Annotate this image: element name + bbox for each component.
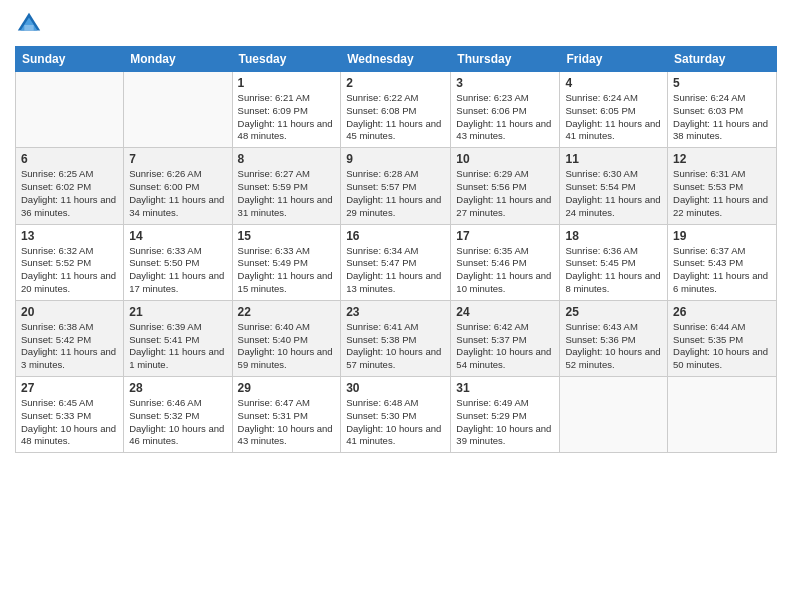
day-info: Sunrise: 6:34 AM Sunset: 5:47 PM Dayligh… — [346, 245, 445, 296]
day-number: 1 — [238, 76, 336, 90]
day-number: 2 — [346, 76, 445, 90]
day-info: Sunrise: 6:32 AM Sunset: 5:52 PM Dayligh… — [21, 245, 118, 296]
day-number: 10 — [456, 152, 554, 166]
calendar-cell: 22Sunrise: 6:40 AM Sunset: 5:40 PM Dayli… — [232, 300, 341, 376]
day-info: Sunrise: 6:37 AM Sunset: 5:43 PM Dayligh… — [673, 245, 771, 296]
day-info: Sunrise: 6:33 AM Sunset: 5:49 PM Dayligh… — [238, 245, 336, 296]
calendar-week-row: 6Sunrise: 6:25 AM Sunset: 6:02 PM Daylig… — [16, 148, 777, 224]
calendar-cell: 28Sunrise: 6:46 AM Sunset: 5:32 PM Dayli… — [124, 377, 232, 453]
day-number: 20 — [21, 305, 118, 319]
day-info: Sunrise: 6:24 AM Sunset: 6:05 PM Dayligh… — [565, 92, 662, 143]
day-info: Sunrise: 6:39 AM Sunset: 5:41 PM Dayligh… — [129, 321, 226, 372]
calendar-table: SundayMondayTuesdayWednesdayThursdayFrid… — [15, 46, 777, 453]
day-info: Sunrise: 6:26 AM Sunset: 6:00 PM Dayligh… — [129, 168, 226, 219]
day-number: 30 — [346, 381, 445, 395]
calendar-week-row: 1Sunrise: 6:21 AM Sunset: 6:09 PM Daylig… — [16, 72, 777, 148]
day-number: 31 — [456, 381, 554, 395]
calendar-cell: 20Sunrise: 6:38 AM Sunset: 5:42 PM Dayli… — [16, 300, 124, 376]
day-number: 22 — [238, 305, 336, 319]
calendar-week-row: 13Sunrise: 6:32 AM Sunset: 5:52 PM Dayli… — [16, 224, 777, 300]
day-info: Sunrise: 6:24 AM Sunset: 6:03 PM Dayligh… — [673, 92, 771, 143]
calendar-cell: 14Sunrise: 6:33 AM Sunset: 5:50 PM Dayli… — [124, 224, 232, 300]
day-number: 4 — [565, 76, 662, 90]
day-number: 7 — [129, 152, 226, 166]
svg-rect-2 — [24, 25, 33, 31]
calendar-cell: 23Sunrise: 6:41 AM Sunset: 5:38 PM Dayli… — [341, 300, 451, 376]
calendar-cell: 10Sunrise: 6:29 AM Sunset: 5:56 PM Dayli… — [451, 148, 560, 224]
day-info: Sunrise: 6:30 AM Sunset: 5:54 PM Dayligh… — [565, 168, 662, 219]
calendar-header-saturday: Saturday — [668, 47, 777, 72]
calendar-cell: 27Sunrise: 6:45 AM Sunset: 5:33 PM Dayli… — [16, 377, 124, 453]
calendar-header-tuesday: Tuesday — [232, 47, 341, 72]
calendar-cell: 11Sunrise: 6:30 AM Sunset: 5:54 PM Dayli… — [560, 148, 668, 224]
calendar-cell: 7Sunrise: 6:26 AM Sunset: 6:00 PM Daylig… — [124, 148, 232, 224]
day-info: Sunrise: 6:40 AM Sunset: 5:40 PM Dayligh… — [238, 321, 336, 372]
day-info: Sunrise: 6:27 AM Sunset: 5:59 PM Dayligh… — [238, 168, 336, 219]
day-number: 25 — [565, 305, 662, 319]
calendar-header-wednesday: Wednesday — [341, 47, 451, 72]
day-number: 23 — [346, 305, 445, 319]
day-info: Sunrise: 6:33 AM Sunset: 5:50 PM Dayligh… — [129, 245, 226, 296]
day-info: Sunrise: 6:29 AM Sunset: 5:56 PM Dayligh… — [456, 168, 554, 219]
day-info: Sunrise: 6:21 AM Sunset: 6:09 PM Dayligh… — [238, 92, 336, 143]
calendar-cell: 31Sunrise: 6:49 AM Sunset: 5:29 PM Dayli… — [451, 377, 560, 453]
calendar-cell — [16, 72, 124, 148]
day-info: Sunrise: 6:23 AM Sunset: 6:06 PM Dayligh… — [456, 92, 554, 143]
day-info: Sunrise: 6:31 AM Sunset: 5:53 PM Dayligh… — [673, 168, 771, 219]
day-info: Sunrise: 6:47 AM Sunset: 5:31 PM Dayligh… — [238, 397, 336, 448]
day-number: 29 — [238, 381, 336, 395]
calendar-cell: 18Sunrise: 6:36 AM Sunset: 5:45 PM Dayli… — [560, 224, 668, 300]
calendar-header-thursday: Thursday — [451, 47, 560, 72]
calendar-cell: 19Sunrise: 6:37 AM Sunset: 5:43 PM Dayli… — [668, 224, 777, 300]
day-number: 18 — [565, 229, 662, 243]
calendar-cell: 3Sunrise: 6:23 AM Sunset: 6:06 PM Daylig… — [451, 72, 560, 148]
calendar-cell: 25Sunrise: 6:43 AM Sunset: 5:36 PM Dayli… — [560, 300, 668, 376]
day-number: 27 — [21, 381, 118, 395]
calendar-cell: 16Sunrise: 6:34 AM Sunset: 5:47 PM Dayli… — [341, 224, 451, 300]
calendar-cell: 30Sunrise: 6:48 AM Sunset: 5:30 PM Dayli… — [341, 377, 451, 453]
calendar-cell: 6Sunrise: 6:25 AM Sunset: 6:02 PM Daylig… — [16, 148, 124, 224]
calendar-cell — [668, 377, 777, 453]
calendar-header-monday: Monday — [124, 47, 232, 72]
day-number: 19 — [673, 229, 771, 243]
day-number: 16 — [346, 229, 445, 243]
calendar-cell: 2Sunrise: 6:22 AM Sunset: 6:08 PM Daylig… — [341, 72, 451, 148]
header — [15, 10, 777, 38]
calendar-header-friday: Friday — [560, 47, 668, 72]
day-info: Sunrise: 6:42 AM Sunset: 5:37 PM Dayligh… — [456, 321, 554, 372]
calendar-cell: 8Sunrise: 6:27 AM Sunset: 5:59 PM Daylig… — [232, 148, 341, 224]
day-number: 11 — [565, 152, 662, 166]
day-number: 12 — [673, 152, 771, 166]
logo-icon — [15, 10, 43, 38]
day-info: Sunrise: 6:25 AM Sunset: 6:02 PM Dayligh… — [21, 168, 118, 219]
calendar-week-row: 20Sunrise: 6:38 AM Sunset: 5:42 PM Dayli… — [16, 300, 777, 376]
day-number: 5 — [673, 76, 771, 90]
day-number: 21 — [129, 305, 226, 319]
day-info: Sunrise: 6:35 AM Sunset: 5:46 PM Dayligh… — [456, 245, 554, 296]
calendar-cell — [124, 72, 232, 148]
day-info: Sunrise: 6:48 AM Sunset: 5:30 PM Dayligh… — [346, 397, 445, 448]
calendar-cell: 1Sunrise: 6:21 AM Sunset: 6:09 PM Daylig… — [232, 72, 341, 148]
day-number: 15 — [238, 229, 336, 243]
day-info: Sunrise: 6:45 AM Sunset: 5:33 PM Dayligh… — [21, 397, 118, 448]
calendar-cell: 15Sunrise: 6:33 AM Sunset: 5:49 PM Dayli… — [232, 224, 341, 300]
calendar-cell: 29Sunrise: 6:47 AM Sunset: 5:31 PM Dayli… — [232, 377, 341, 453]
day-number: 28 — [129, 381, 226, 395]
calendar-header-row: SundayMondayTuesdayWednesdayThursdayFrid… — [16, 47, 777, 72]
day-number: 6 — [21, 152, 118, 166]
calendar-cell: 17Sunrise: 6:35 AM Sunset: 5:46 PM Dayli… — [451, 224, 560, 300]
calendar-cell: 9Sunrise: 6:28 AM Sunset: 5:57 PM Daylig… — [341, 148, 451, 224]
calendar-cell: 13Sunrise: 6:32 AM Sunset: 5:52 PM Dayli… — [16, 224, 124, 300]
calendar-header-sunday: Sunday — [16, 47, 124, 72]
calendar-cell: 12Sunrise: 6:31 AM Sunset: 5:53 PM Dayli… — [668, 148, 777, 224]
calendar-cell: 4Sunrise: 6:24 AM Sunset: 6:05 PM Daylig… — [560, 72, 668, 148]
logo — [15, 10, 49, 38]
day-info: Sunrise: 6:22 AM Sunset: 6:08 PM Dayligh… — [346, 92, 445, 143]
calendar-cell: 21Sunrise: 6:39 AM Sunset: 5:41 PM Dayli… — [124, 300, 232, 376]
day-info: Sunrise: 6:38 AM Sunset: 5:42 PM Dayligh… — [21, 321, 118, 372]
day-number: 14 — [129, 229, 226, 243]
day-number: 26 — [673, 305, 771, 319]
day-number: 17 — [456, 229, 554, 243]
day-info: Sunrise: 6:28 AM Sunset: 5:57 PM Dayligh… — [346, 168, 445, 219]
calendar-cell: 24Sunrise: 6:42 AM Sunset: 5:37 PM Dayli… — [451, 300, 560, 376]
